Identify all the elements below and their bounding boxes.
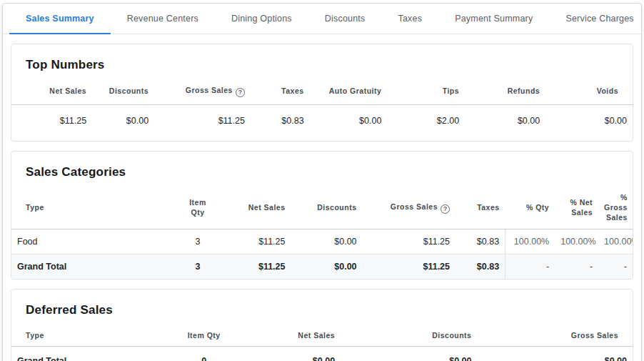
column-header-gross-sales: Gross Sales (477, 326, 633, 347)
column-header-voids: Voids (545, 81, 633, 105)
voids-value: $0.00 (545, 105, 633, 142)
top-numbers-table: Net Sales Discounts Gross Sales? Taxes A… (11, 81, 633, 141)
tab-discounts[interactable]: Discounts (308, 4, 382, 34)
table-row-grand-total: Grand Total 0 $0.00 $0.00 $0.00 (11, 346, 633, 361)
sales-categories-header-row: Type Item Qty Net Sales Discounts Gross … (11, 188, 633, 229)
taxes-value: $0.83 (251, 105, 310, 142)
deferred-sales-header-row: Type Item Qty Net Sales Discounts Gross … (11, 326, 633, 347)
item-qty-cell: 3 (173, 254, 223, 279)
tips-value: $2.00 (387, 105, 465, 142)
column-header-item-qty: Item Qty (173, 326, 235, 347)
gross-sales-cell: $0.00 (477, 346, 633, 361)
deferred-sales-table: Type Item Qty Net Sales Discounts Gross … (11, 326, 633, 361)
column-header-tips: Tips (387, 81, 465, 105)
gross-sales-value: $11.25 (154, 105, 251, 142)
auto-gratuity-value: $0.00 (310, 105, 388, 142)
tab-sales-summary[interactable]: Sales Summary (9, 4, 111, 34)
tab-payment-summary[interactable]: Payment Summary (438, 4, 549, 34)
sales-categories-card: Sales Categories Type Item Qty Net Sales… (11, 151, 633, 280)
sales-report-panel: Sales Summary Revenue Centers Dining Opt… (2, 3, 642, 361)
item-qty-cell: 3 (173, 229, 223, 254)
top-numbers-card: Top Numbers Net Sales Discounts Gross Sa… (11, 44, 633, 142)
column-header-item-qty-label: Item Qty (187, 197, 208, 217)
taxes-cell: $0.83 (456, 254, 505, 279)
type-cell: Grand Total (11, 346, 173, 361)
column-header-pct-net-sales-label: % Net Sales (565, 197, 593, 217)
pct-qty-cell: - (505, 254, 555, 279)
table-row-grand-total: Grand Total 3 $11.25 $0.00 $11.25 $0.83 … (11, 254, 633, 279)
taxes-cell: $0.83 (456, 229, 505, 254)
discounts-cell: $0.00 (291, 229, 362, 254)
table-row-food: Food 3 $11.25 $0.00 $11.25 $0.83 100.00%… (11, 229, 633, 254)
sales-categories-title: Sales Categories (11, 152, 633, 188)
tab-revenue-centers[interactable]: Revenue Centers (111, 4, 215, 34)
gross-sales-cell: $11.25 (363, 254, 456, 279)
column-header-net-sales: Net Sales (235, 326, 341, 347)
column-header-gross-sales-label: Gross Sales (186, 86, 233, 94)
net-sales-cell: $11.25 (223, 229, 291, 254)
column-header-net-sales: Net Sales (11, 81, 92, 105)
net-sales-cell: $0.00 (235, 346, 341, 361)
column-header-gross-sales: Gross Sales? (363, 188, 456, 229)
help-icon[interactable]: ? (441, 204, 450, 214)
gross-sales-cell: $11.25 (363, 229, 456, 254)
discounts-cell: $0.00 (291, 254, 362, 279)
column-header-net-sales: Net Sales (223, 188, 291, 229)
column-header-discounts: Discounts (291, 188, 362, 229)
top-numbers-value-row: $11.25 $0.00 $11.25 $0.83 $0.00 $2.00 $0… (11, 105, 633, 142)
column-header-type: Type (11, 326, 173, 347)
net-sales-cell: $11.25 (223, 254, 291, 279)
top-numbers-header-row: Net Sales Discounts Gross Sales? Taxes A… (11, 81, 633, 105)
deferred-sales-title: Deferred Sales (11, 290, 633, 326)
sales-categories-table: Type Item Qty Net Sales Discounts Gross … (11, 188, 633, 279)
column-header-type: Type (11, 188, 173, 229)
type-cell: Grand Total (11, 254, 173, 279)
tab-dining-options[interactable]: Dining Options (215, 4, 308, 34)
column-header-pct-net-sales: % Net Sales (555, 188, 598, 229)
column-header-auto-gratuity: Auto Gratuity (310, 81, 388, 105)
column-header-discounts: Discounts (341, 326, 477, 347)
pct-net-sales-cell: 100.00% (555, 229, 598, 254)
discounts-value: $0.00 (92, 105, 154, 142)
column-header-refunds: Refunds (465, 81, 545, 105)
pct-net-sales-cell: - (555, 254, 598, 279)
column-header-discounts: Discounts (92, 81, 154, 105)
column-header-pct-gross-sales: % Gross Sales (598, 188, 633, 229)
column-header-pct-qty: % Qty (505, 188, 555, 229)
column-header-taxes: Taxes (456, 188, 505, 229)
tab-service-charges[interactable]: Service Charges (549, 4, 644, 34)
pct-gross-sales-cell: - (598, 254, 633, 279)
report-tab-bar: Sales Summary Revenue Centers Dining Opt… (3, 4, 641, 34)
top-numbers-title: Top Numbers (11, 44, 633, 81)
column-header-taxes: Taxes (251, 81, 310, 105)
column-header-gross-sales-label: Gross Sales (391, 202, 438, 211)
help-icon[interactable]: ? (236, 88, 245, 97)
type-cell: Food (11, 229, 173, 254)
net-sales-value: $11.25 (11, 105, 92, 142)
column-header-item-qty: Item Qty (173, 188, 223, 229)
pct-qty-cell: 100.00% (505, 229, 555, 254)
column-header-pct-gross-sales-label: % Gross Sales (604, 192, 628, 223)
pct-gross-sales-cell: 100.00% (598, 229, 633, 254)
deferred-sales-card: Deferred Sales Type Item Qty Net Sales D… (11, 289, 633, 361)
item-qty-cell: 0 (173, 346, 235, 361)
discounts-cell: $0.00 (341, 346, 477, 361)
tab-taxes[interactable]: Taxes (381, 4, 438, 34)
refunds-value: $0.00 (465, 105, 545, 142)
column-header-gross-sales: Gross Sales? (154, 81, 251, 105)
